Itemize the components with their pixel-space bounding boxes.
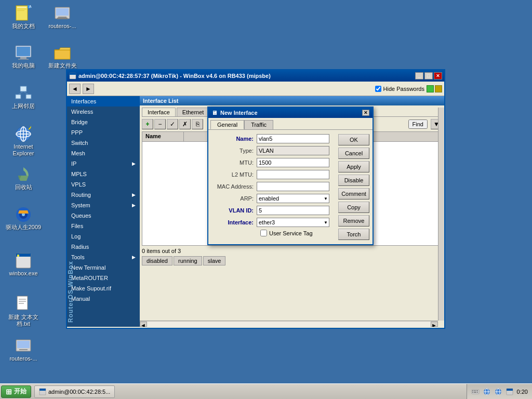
sidebar-item-mesh[interactable]: Mesh	[67, 148, 140, 158]
svg-rect-42	[472, 390, 473, 391]
arp-select-wrapper: enabled disabled proxy-arp reply-only ▼	[257, 194, 329, 203]
taskbar-winbox-icon	[39, 388, 46, 395]
svg-rect-12	[20, 57, 26, 59]
desktop-icon-winbox[interactable]: winbox.exe	[5, 251, 42, 277]
name-row: Name:	[212, 134, 331, 143]
dialog-title: New Interface	[220, 110, 258, 116]
cancel-button[interactable]: Cancel	[338, 148, 369, 159]
tab-ethernet[interactable]: Ethernet	[177, 108, 210, 116]
tab-interface[interactable]: Interface	[142, 108, 176, 116]
interface-label: Interface:	[212, 219, 257, 225]
sidebar-item-radius[interactable]: Radius	[67, 242, 140, 252]
desktop-icon-ie[interactable]: Internet Explorer	[5, 125, 42, 157]
torch-button[interactable]: Torch	[338, 229, 369, 240]
taskbar: 开始 admin@00:0C:42:28:5...	[0, 383, 532, 399]
mac-row: MAC Address:	[212, 182, 331, 191]
sidebar-item-ppp[interactable]: PPP	[67, 127, 140, 138]
service-tag-row: User Service Tag	[212, 230, 331, 236]
forward-button[interactable]: ►	[83, 84, 94, 94]
status-light-green	[427, 85, 434, 92]
mtu-input[interactable]	[257, 158, 329, 167]
ie-tray-icon2	[494, 388, 502, 396]
main-panel: Interface List Interface Ethernet + − ✓ …	[140, 96, 444, 327]
scroll-left[interactable]: ◄	[140, 322, 147, 327]
sidebar-item-mpls[interactable]: MPLS	[67, 169, 140, 179]
type-input	[257, 146, 329, 155]
disable-button[interactable]: Disable	[338, 175, 369, 186]
sidebar-item-interfaces[interactable]: Interfaces	[67, 96, 140, 107]
svg-rect-7	[56, 8, 69, 16]
new-interface-dialog: 🖥 New Interface ✕ General Traffic Name:	[207, 107, 374, 245]
desktop-icon-new-folder[interactable]: 新建文件夹	[44, 44, 81, 69]
tab-general[interactable]: General	[210, 120, 244, 129]
system-arrow: ▶	[132, 203, 136, 208]
dialog-body: Name: Type: MTU:	[208, 130, 373, 244]
svg-line-18	[23, 91, 29, 95]
hide-passwords-checkbox[interactable]	[375, 86, 381, 92]
sidebar-item-queues[interactable]: Queues	[67, 210, 140, 221]
desktop-icon-network[interactable]: 上网邻居	[5, 84, 42, 110]
status-lights	[427, 85, 442, 92]
desktop-icon-my-computer[interactable]: 我的电脑	[5, 44, 42, 69]
sidebar-item-wireless[interactable]: Wireless	[67, 107, 140, 117]
sidebar-item-files[interactable]: Files	[67, 221, 140, 231]
add-button[interactable]: +	[142, 119, 153, 129]
hide-passwords-area: Hide Passwords	[375, 85, 442, 92]
sidebar-item-vpls[interactable]: VPLS	[67, 179, 140, 190]
dialog-close-button[interactable]: ✕	[362, 110, 369, 116]
desktop-icon-recycle[interactable]: 回收站	[5, 165, 42, 191]
desktop-icon-txt[interactable]: 新建 文本文 档.txt	[5, 295, 42, 327]
winbox-titlebar: admin@00:0C:42:28:57:37 (MikroTik) - Win…	[67, 70, 444, 82]
type-row: Type:	[212, 146, 331, 155]
sidebar-item-bridge[interactable]: Bridge	[67, 117, 140, 127]
arp-select[interactable]: enabled disabled proxy-arp reply-only	[257, 194, 329, 203]
interface-select[interactable]: ether1 ether2 ether3 ether4	[257, 218, 329, 227]
disable-button[interactable]: ✗	[179, 119, 191, 129]
vlanid-label: VLAN ID:	[212, 207, 257, 214]
desktop-icon-routeros1[interactable]: routeros-...	[44, 4, 81, 30]
sidebar-item-switch[interactable]: Switch	[67, 138, 140, 148]
v-scrollbar[interactable]	[438, 108, 444, 321]
wifi-icon	[506, 388, 514, 396]
status-slave: slave	[203, 256, 226, 265]
svg-rect-43	[474, 390, 475, 391]
svg-rect-30	[17, 296, 28, 310]
enable-button[interactable]: ✓	[167, 119, 178, 129]
sidebar-item-log[interactable]: Log	[67, 231, 140, 242]
scroll-track[interactable]	[147, 322, 431, 327]
tab-traffic[interactable]: Traffic	[244, 120, 273, 129]
scroll-right[interactable]: ►	[431, 322, 438, 327]
status-bar: disabled running slave	[142, 256, 442, 265]
copy-button[interactable]: ⎘	[192, 119, 203, 129]
back-button[interactable]: ◄	[69, 84, 81, 94]
sidebar-item-ip[interactable]: IP ▶	[67, 158, 140, 169]
h-scrollbar[interactable]: ◄ ►	[140, 321, 438, 327]
service-tag-checkbox[interactable]	[260, 230, 267, 236]
remove-button[interactable]: −	[154, 119, 166, 129]
dialog-tabs: General Traffic	[208, 118, 373, 130]
taskbar-items: admin@00:0C:42:28:5...	[34, 385, 464, 398]
remove-button[interactable]: Remove	[338, 215, 369, 227]
comment-button[interactable]: Comment	[338, 188, 369, 200]
close-button[interactable]: ✕	[434, 72, 442, 79]
taskbar-item-winbox[interactable]: admin@00:0C:42:28:5...	[34, 385, 115, 398]
desktop-icon-my-docs[interactable]: A 我的文档	[5, 4, 42, 30]
find-button[interactable]: Find	[408, 119, 428, 129]
start-button[interactable]: 开始	[1, 385, 31, 398]
apply-button[interactable]: Apply	[338, 161, 369, 172]
interface-row: Interface: ether1 ether2 ether3 ether4 ▼	[212, 218, 331, 227]
vlanid-input[interactable]	[257, 206, 329, 215]
desktop-icon-driver[interactable]: 驱动人生2009	[5, 205, 42, 231]
desktop-icon-routeros2[interactable]: routeros-...	[5, 337, 42, 362]
minimize-button[interactable]: _	[415, 72, 423, 79]
l2mtu-input[interactable]	[257, 170, 329, 179]
sidebar-item-routing[interactable]: Routing ▶	[67, 190, 140, 200]
maximize-button[interactable]: □	[424, 72, 433, 79]
dialog-buttons: OK Cancel Apply Disable Comment Copy Rem…	[335, 130, 373, 244]
copy-button[interactable]: Copy	[338, 202, 369, 213]
mac-input[interactable]	[257, 182, 329, 191]
ok-button[interactable]: OK	[338, 134, 369, 145]
sidebar: Interfaces Wireless Bridge PPP Switch Me…	[67, 96, 140, 327]
sidebar-item-system[interactable]: System ▶	[67, 200, 140, 210]
name-input[interactable]	[257, 134, 329, 143]
